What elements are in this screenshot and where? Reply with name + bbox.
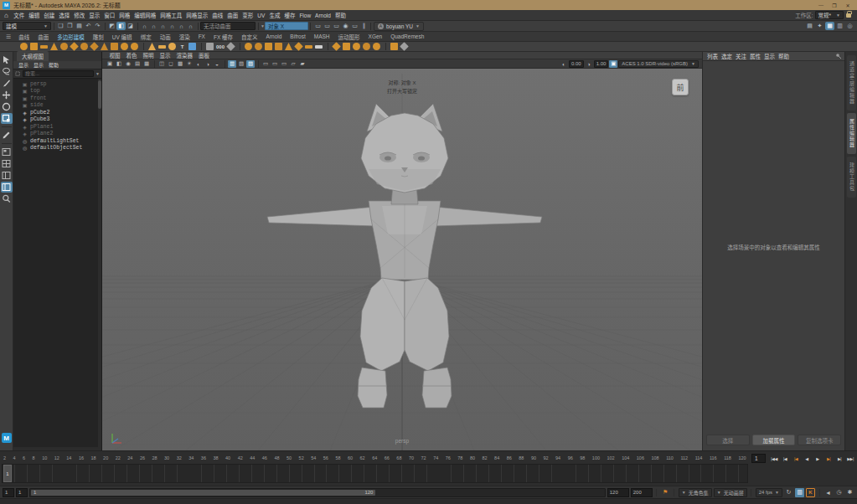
menu-item[interactable]: 编辑 [27, 11, 42, 19]
step-back-frame-button[interactable]: |◀ [780, 454, 790, 463]
poly-helix-icon[interactable] [121, 43, 128, 50]
attribute-editor-button[interactable]: 选择 [706, 435, 750, 445]
colorspace-dropdown[interactable]: ACES 1.0 SDR-video (sRGB) ▼ [618, 60, 699, 68]
workspace-lock-icon[interactable] [846, 13, 851, 18]
poly-cube-icon[interactable] [30, 43, 38, 50]
use-all-lights-icon[interactable]: ☀ [185, 60, 194, 68]
shelf-icon[interactable] [143, 43, 144, 50]
safe-title-icon[interactable]: ▰ [298, 60, 307, 68]
bridge-icon[interactable] [305, 45, 312, 49]
attribute-editor-menu-item[interactable]: 列表 [705, 52, 720, 60]
shelf-tab[interactable]: MASH [310, 33, 334, 39]
range-slider-selected[interactable]: 1 120 [31, 490, 375, 496]
shelf-tab[interactable]: 运动图形 [334, 33, 364, 41]
outliner-item[interactable]: ◎ defaultLightSet [13, 137, 101, 145]
pause-viewport-icon[interactable]: ∥ [359, 22, 369, 30]
outliner-tab[interactable]: 大纲视图 [17, 51, 49, 61]
snap-to-view-plane-icon[interactable]: ∩ [177, 22, 186, 30]
color-managed-icon[interactable]: ▣ [609, 60, 617, 68]
outliner-menu-item[interactable]: 显示 [32, 61, 45, 69]
poly-torus-icon[interactable] [60, 43, 68, 50]
menu-item[interactable]: 变形 [240, 11, 256, 19]
account-dropdown[interactable]: A boyuan YU ▼ [374, 22, 424, 31]
boolean-difference-icon[interactable] [255, 43, 262, 50]
shelf-tab[interactable]: 多边形建模 [53, 33, 89, 41]
outliner-item[interactable]: ◈ pPlane2 [13, 131, 101, 138]
shelf-tab[interactable]: XGen [364, 33, 387, 39]
side-tab[interactable]: 建模工具包 [847, 157, 856, 198]
minimize-button[interactable]: — [814, 1, 828, 10]
viewport-toolbar-icon[interactable] [225, 60, 225, 68]
target-weld-icon[interactable] [332, 42, 341, 51]
shelf-tab[interactable]: QuadRemesh [386, 33, 428, 39]
attribute-editor-toggle-icon[interactable]: ◎ [845, 22, 854, 30]
attribute-editor-menu-item[interactable]: 属性 [748, 52, 762, 60]
shelf-tab[interactable]: 曲线 [14, 33, 34, 41]
view-cube[interactable]: 前 [672, 79, 689, 95]
smooth-tool-icon[interactable] [363, 43, 370, 50]
outliner-item[interactable]: ◈ pCube3 [13, 116, 101, 124]
shelf-menu-icon[interactable]: ☰ [6, 33, 11, 40]
attribute-editor-menu-item[interactable]: 选定 [720, 52, 734, 60]
step-forward-frame-button[interactable]: ▶| [834, 454, 844, 463]
select-camera-icon[interactable]: ▣ [106, 60, 114, 68]
play-backwards-button[interactable]: ◀ [802, 454, 812, 463]
gamma-field[interactable]: 1.00 [594, 60, 609, 68]
shadows-icon[interactable]: ◐ [194, 60, 203, 68]
step-back-key-button[interactable]: |◀ [791, 454, 801, 463]
separate-icon[interactable] [275, 43, 282, 50]
viewport-menu-item[interactable]: 照明 [141, 51, 156, 59]
ep-curve-tool-icon[interactable] [148, 43, 156, 50]
side-tab[interactable]: 通道盒/层编辑器 [847, 55, 856, 111]
shelf-icon[interactable] [240, 43, 240, 50]
isolate-select-icon[interactable]: ▧ [237, 60, 245, 68]
shelf-tab[interactable]: FX [194, 33, 209, 39]
shelf-tab[interactable]: 自定义 [237, 33, 262, 41]
field-chart-icon[interactable]: ▭ [261, 60, 270, 68]
playback-end-field[interactable]: 120 [607, 488, 629, 497]
snap-to-curve-icon[interactable]: ∩ [149, 22, 158, 30]
snap-to-projected-center-icon[interactable]: ∩ [168, 22, 177, 30]
select-by-component-icon[interactable]: ◪ [126, 22, 135, 30]
shelf-icon[interactable] [385, 43, 386, 50]
layout-split-button[interactable] [1, 170, 13, 181]
side-tab[interactable]: 属性编辑器 [847, 113, 856, 154]
move-tool[interactable] [1, 90, 13, 100]
shelf-tab[interactable]: UV 编辑 [108, 33, 137, 41]
textured-icon[interactable]: ▩ [176, 60, 184, 68]
outliner-menu-item[interactable]: 帮助 [47, 61, 60, 69]
shelf-icon[interactable] [328, 43, 328, 50]
play-forwards-button[interactable]: ▶ [813, 454, 823, 463]
close-button[interactable]: ✕ [841, 1, 854, 10]
outliner-search-input[interactable] [23, 70, 94, 77]
paint-select-tool[interactable] [1, 78, 13, 89]
motion-blur-icon[interactable]: ◒ [213, 60, 221, 68]
magnifier-icon[interactable] [1, 193, 13, 204]
animation-start-field[interactable]: 1 [3, 488, 14, 497]
undo-icon[interactable]: ↶ [84, 22, 93, 30]
poly-sphere-icon[interactable] [20, 43, 28, 50]
sculpt-tool-icon[interactable] [353, 43, 360, 50]
bookmarks-icon[interactable]: ▤ [133, 60, 142, 68]
poly-cone-icon[interactable] [50, 43, 58, 50]
outliner-item[interactable]: ◈ pPlane1 [13, 123, 101, 131]
shelf-tab[interactable]: Arnold [262, 33, 287, 39]
anim-layer-dropdown[interactable]: ▼ 无动画层 [714, 488, 747, 497]
restore-button[interactable]: ❐ [828, 1, 841, 10]
menu-item[interactable]: 网格 [117, 11, 132, 19]
viewport-toolbar-icon[interactable] [258, 60, 259, 68]
xray-icon[interactable]: ▨ [246, 60, 255, 68]
speaker-icon[interactable]: ◄ [823, 488, 833, 497]
redo-icon[interactable]: ↷ [93, 22, 102, 30]
arc-tool-icon[interactable] [168, 43, 176, 50]
layout-single-pane-button[interactable] [1, 147, 13, 157]
open-render-view-icon[interactable]: ▭ [313, 22, 323, 30]
menu-item[interactable]: 编辑网格 [132, 11, 158, 19]
new-scene-icon[interactable]: ❏ [56, 22, 65, 30]
attribute-editor-menu-item[interactable]: 帮助 [777, 52, 791, 60]
shelf-tab[interactable]: 雕刻 [89, 33, 108, 41]
step-forward-key-button[interactable]: ▶| [823, 454, 834, 463]
bevel-icon[interactable] [294, 42, 303, 51]
outliner-item[interactable]: ◎ defaultObjectSet [13, 145, 101, 152]
shaded-icon[interactable]: ◻ [167, 60, 175, 68]
